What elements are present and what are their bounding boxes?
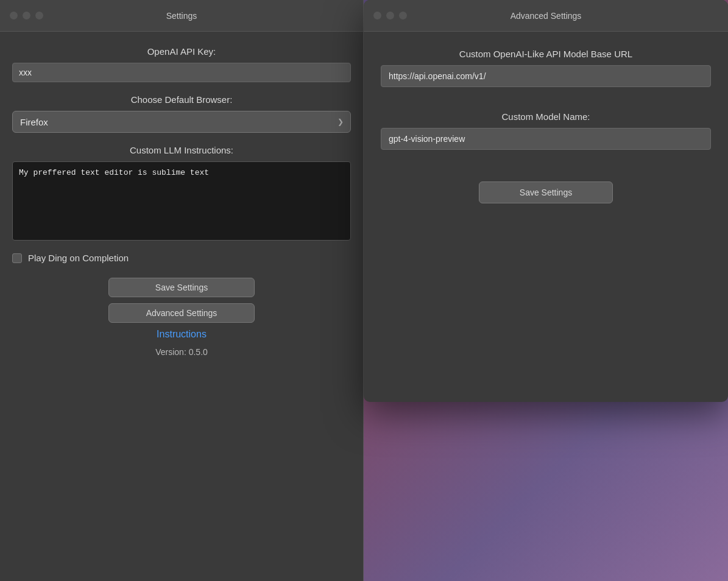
- advanced-maximize-button[interactable]: [399, 12, 407, 19]
- llm-instructions-label: Custom LLM Instructions:: [130, 145, 233, 155]
- ding-checkbox[interactable]: [12, 253, 22, 263]
- base-url-label: Custom OpenAI-Like API Model Base URL: [459, 49, 632, 59]
- llm-instructions-textarea[interactable]: My preffered text editor is sublime text: [12, 161, 351, 241]
- advanced-settings-window: Advanced Settings Custom OpenAI-Like API…: [364, 0, 728, 402]
- browser-select[interactable]: Firefox Chrome Safari Edge: [12, 111, 351, 133]
- advanced-save-settings-button[interactable]: Save Settings: [479, 181, 613, 203]
- browser-section: Choose Default Browser: Firefox Chrome S…: [12, 94, 351, 133]
- browser-select-wrapper: Firefox Chrome Safari Edge ❯: [12, 111, 351, 133]
- base-url-input[interactable]: [381, 65, 711, 87]
- advanced-minimize-button[interactable]: [386, 12, 394, 19]
- save-settings-button[interactable]: Save Settings: [108, 278, 255, 297]
- traffic-lights: [10, 12, 43, 19]
- model-name-input[interactable]: [381, 128, 711, 150]
- api-key-input[interactable]: [12, 63, 351, 82]
- model-name-label: Custom Model Name:: [501, 111, 590, 122]
- advanced-title: Advanced Settings: [511, 11, 582, 21]
- model-name-section: Custom Model Name:: [381, 111, 711, 162]
- right-area: Advanced Settings Custom OpenAI-Like API…: [364, 0, 728, 581]
- advanced-content: Custom OpenAI-Like API Model Base URL Cu…: [364, 32, 728, 218]
- api-key-section: OpenAI API Key:: [12, 46, 351, 82]
- settings-title: Settings: [166, 11, 197, 21]
- llm-instructions-section: Custom LLM Instructions: My preffered te…: [12, 145, 351, 241]
- minimize-button[interactable]: [23, 12, 30, 19]
- base-url-section: Custom OpenAI-Like API Model Base URL: [381, 49, 711, 99]
- close-button[interactable]: [10, 12, 18, 19]
- version-text: Version: 0.5.0: [155, 347, 208, 357]
- settings-window: Settings OpenAI API Key: Choose Default …: [0, 0, 364, 581]
- browser-label: Choose Default Browser:: [131, 94, 233, 105]
- advanced-title-bar: Advanced Settings: [364, 0, 728, 32]
- api-key-label: OpenAI API Key:: [147, 46, 216, 57]
- advanced-settings-button[interactable]: Advanced Settings: [108, 303, 255, 323]
- advanced-close-button[interactable]: [373, 12, 381, 19]
- advanced-traffic-lights: [373, 12, 407, 19]
- instructions-link[interactable]: Instructions: [157, 329, 207, 340]
- maximize-button[interactable]: [35, 12, 43, 19]
- settings-title-bar: Settings: [0, 0, 363, 32]
- settings-content: OpenAI API Key: Choose Default Browser: …: [0, 32, 363, 581]
- ding-checkbox-row: Play Ding on Completion: [12, 253, 351, 263]
- ding-label: Play Ding on Completion: [28, 253, 129, 263]
